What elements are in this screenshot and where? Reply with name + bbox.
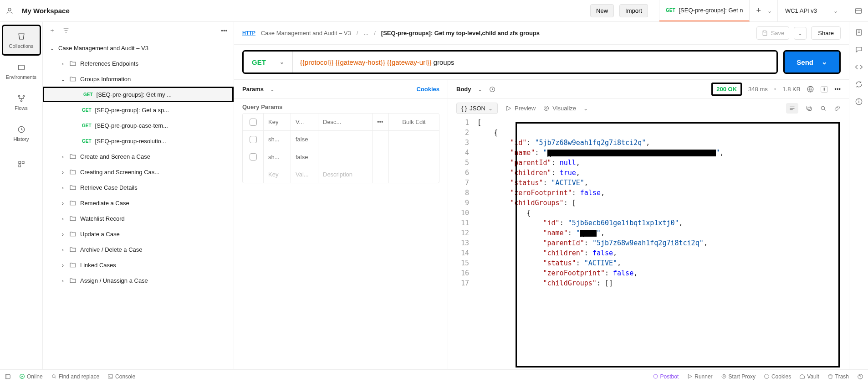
folder-item[interactable]: ›Assign / Unassign a Case (43, 273, 234, 288)
save-response-icon[interactable]: ⬇ (821, 86, 828, 93)
user-icon (5, 7, 14, 15)
sidebar-toggle-icon[interactable] (5, 373, 11, 380)
environment-selector[interactable]: WC1 API v3 (785, 7, 817, 14)
row-checkbox[interactable] (250, 136, 257, 143)
cell-key[interactable]: sh... (264, 131, 291, 148)
placeholder-value[interactable]: Val... (291, 166, 318, 183)
new-tab-button[interactable]: + (750, 6, 767, 16)
breadcrumb-root[interactable]: Case Management and Audit – V3 (261, 30, 351, 36)
globe-icon[interactable] (807, 85, 814, 93)
url-input[interactable]: {{protocol}} {{gateway-host}} {{gateway-… (293, 58, 462, 66)
request-item[interactable]: GET[SEQ-pre-group-case-tem... (43, 118, 234, 133)
rail-more[interactable] (2, 149, 41, 180)
history-icon[interactable] (489, 86, 496, 93)
breadcrumb-mid[interactable]: ... (363, 30, 368, 36)
send-button[interactable]: Send ⌄ (783, 50, 841, 74)
request-item[interactable]: GET[SEQ-pre-group-resolutio... (43, 133, 234, 149)
folder-item[interactable]: ⌄Groups Information (43, 71, 234, 87)
chevron-down-icon[interactable]: ⌄ (833, 8, 838, 14)
env-quick-look-icon[interactable] (854, 7, 863, 15)
rail-history[interactable]: History (2, 118, 41, 149)
tab-body[interactable]: Body (456, 86, 471, 93)
folder-item[interactable]: ›Create and Screen a Case (43, 149, 234, 164)
start-proxy[interactable]: Start Proxy (721, 373, 756, 380)
rail-collections[interactable]: Collections (2, 25, 41, 56)
placeholder-key[interactable]: Key (264, 166, 291, 183)
refresh-icon[interactable] (855, 80, 863, 88)
copy-icon[interactable] (806, 105, 812, 112)
table-row[interactable]: sh...false (243, 131, 439, 148)
link-icon[interactable] (834, 105, 841, 112)
format-select[interactable]: { } JSON ⌄ (456, 103, 498, 114)
braces-icon: { } (461, 105, 467, 112)
request-item[interactable]: GET[SEQ-pre-groups]: Get my ... (43, 87, 234, 102)
help-icon[interactable] (857, 373, 863, 380)
rail-flows[interactable]: Flows (2, 87, 41, 118)
postbot[interactable]: Postbot (653, 373, 679, 380)
url-bar[interactable]: GET ⌄ {{protocol}} {{gateway-host}} {{ga… (242, 50, 778, 74)
new-button[interactable]: New (590, 4, 614, 17)
add-icon[interactable]: ＋ (49, 26, 55, 35)
folder-item[interactable]: ›Creating and Screening Cas... (43, 164, 234, 180)
folder-item[interactable]: ›Watchlist Record (43, 211, 234, 226)
method-label: GET (252, 58, 266, 66)
chevron-down-icon[interactable]: ⌄ (583, 105, 588, 112)
folder-item[interactable]: ›Remediate a Case (43, 195, 234, 211)
footer-cookies[interactable]: Cookies (764, 373, 791, 380)
vault[interactable]: Vault (799, 373, 819, 380)
tab-overflow-chevron[interactable]: ⌄ (767, 8, 772, 14)
svg-rect-30 (108, 374, 113, 378)
import-button[interactable]: Import (619, 4, 648, 17)
more-icon[interactable]: ••• (221, 27, 227, 34)
visualize-label: Visualize (552, 105, 576, 112)
method-select[interactable]: GET ⌄ (244, 52, 293, 72)
code-icon[interactable] (855, 63, 863, 71)
chevron-down-icon[interactable]: ⌄ (478, 86, 482, 93)
collection-root[interactable]: ⌄Case Management and Audit – V3 (43, 40, 234, 56)
col-desc: Desc... (318, 114, 373, 130)
console-toggle[interactable]: Console (107, 373, 135, 380)
runner[interactable]: Runner (687, 373, 712, 380)
docs-icon[interactable] (855, 28, 863, 36)
request-tab[interactable]: GET [SEQ-pre-groups]: Get n (659, 0, 750, 21)
workspace-name[interactable]: My Workspace (22, 7, 70, 15)
share-button[interactable]: Share (811, 26, 841, 40)
folder-item[interactable]: ›Archive / Delete a Case (43, 242, 234, 257)
svg-rect-10 (19, 165, 21, 167)
folder-item[interactable]: ›Update a Case (43, 226, 234, 242)
folder-item[interactable]: ›References Endpoints (43, 56, 234, 71)
rail-environments[interactable]: Environments (2, 56, 41, 87)
cookies-link[interactable]: Cookies (416, 86, 439, 93)
tab-params[interactable]: Params (242, 86, 264, 93)
preview-button[interactable]: Preview (505, 105, 536, 112)
filter-icon[interactable] (62, 27, 70, 34)
cell-desc[interactable] (318, 148, 373, 166)
table-new-row[interactable]: Key Val... Description (243, 166, 439, 183)
row-checkbox[interactable] (250, 153, 257, 160)
bulk-edit-link[interactable]: Bulk Edit (402, 119, 425, 125)
visualize-button[interactable]: Visualize (543, 105, 576, 112)
trash[interactable]: Trash (827, 373, 849, 380)
table-row[interactable]: sh...false (243, 148, 439, 166)
folder-item[interactable]: ›Linked Cases (43, 257, 234, 273)
more-icon[interactable]: ••• (834, 86, 841, 93)
cell-value[interactable]: false (291, 148, 318, 166)
wrap-icon[interactable] (786, 103, 798, 114)
svg-rect-18 (807, 106, 811, 110)
cell-value[interactable]: false (291, 131, 318, 148)
cell-desc[interactable] (318, 131, 373, 148)
info-icon[interactable] (855, 98, 863, 106)
save-button[interactable]: Save (756, 26, 790, 40)
find-replace[interactable]: Find and replace (51, 373, 99, 380)
save-chevron[interactable]: ⌄ (794, 27, 807, 40)
placeholder-desc[interactable]: Description (318, 166, 373, 183)
comments-icon[interactable] (855, 46, 863, 54)
search-icon[interactable] (820, 105, 827, 112)
select-all-checkbox[interactable] (250, 119, 257, 126)
col-more[interactable]: ••• (373, 114, 389, 130)
chevron-down-icon[interactable]: ⌄ (270, 86, 275, 93)
request-item[interactable]: GET[SEQ-pre-group]: Get a sp... (43, 102, 234, 118)
response-body[interactable]: 1[2 {3 "id": "5jb7z68w9eah1fq2g7i8tci2q"… (448, 118, 849, 369)
folder-item[interactable]: ›Retrieve Case Details (43, 180, 234, 195)
cell-key[interactable]: sh... (264, 148, 291, 166)
